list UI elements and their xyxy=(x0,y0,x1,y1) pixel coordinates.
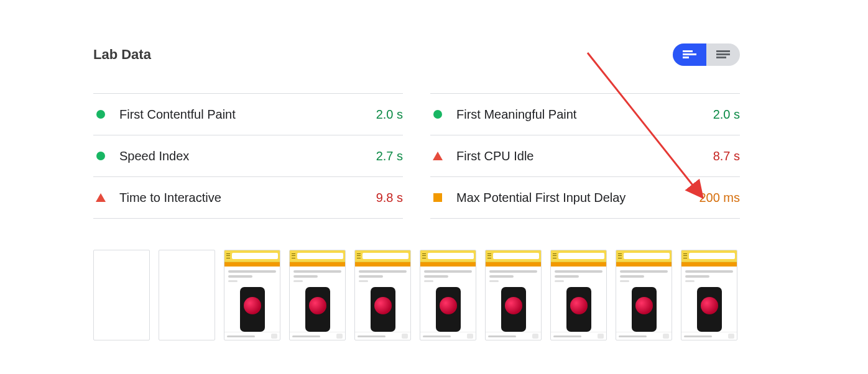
svg-rect-3 xyxy=(716,50,730,52)
svg-rect-0 xyxy=(683,50,693,52)
filmstrip-frame[interactable] xyxy=(550,250,607,340)
metrics-col-right: First Meaningful Paint 2.0 s First CPU I… xyxy=(430,93,740,219)
lab-data-panel: Lab Data First Contentfu xyxy=(93,43,740,340)
view-toggle-gauge[interactable] xyxy=(673,43,706,66)
metric-row[interactable]: Max Potential First Input Delay 200 ms xyxy=(430,177,740,219)
section-title: Lab Data xyxy=(93,47,151,63)
filmstrip-frame[interactable] xyxy=(159,250,215,340)
view-toggle-list[interactable] xyxy=(706,43,740,66)
header-row: Lab Data xyxy=(93,43,740,66)
metric-row[interactable]: Time to Interactive 9.8 s xyxy=(93,177,403,219)
metric-row[interactable]: First Meaningful Paint 2.0 s xyxy=(430,94,740,135)
filmstrip-frame[interactable] xyxy=(93,250,150,340)
filmstrip-frame[interactable] xyxy=(485,250,542,340)
gauge-icon xyxy=(683,50,696,59)
filmstrip xyxy=(93,250,740,340)
metrics-grid: First Contentful Paint 2.0 s Speed Index… xyxy=(93,93,740,219)
metric-label: Time to Interactive xyxy=(119,191,376,205)
svg-rect-2 xyxy=(683,57,689,58)
status-pass-icon xyxy=(430,110,445,119)
status-pass-icon xyxy=(93,110,108,119)
svg-rect-4 xyxy=(716,53,730,55)
filmstrip-frame[interactable] xyxy=(354,250,411,340)
list-icon xyxy=(716,50,730,59)
status-pass-icon xyxy=(93,152,108,160)
metric-label: First CPU Idle xyxy=(456,149,713,163)
status-fail-icon xyxy=(93,193,108,202)
metrics-col-left: First Contentful Paint 2.0 s Speed Index… xyxy=(93,93,403,219)
metric-label: Speed Index xyxy=(119,149,376,163)
metric-value: 2.0 s xyxy=(713,107,740,122)
metric-row[interactable]: First CPU Idle 8.7 s xyxy=(430,135,740,177)
view-toggle[interactable] xyxy=(673,43,740,66)
metric-value: 8.7 s xyxy=(713,149,740,163)
svg-rect-5 xyxy=(716,57,726,58)
status-warn-icon xyxy=(430,193,445,202)
svg-rect-1 xyxy=(683,53,696,55)
metric-row[interactable]: First Contentful Paint 2.0 s xyxy=(93,94,403,135)
metric-value: 2.7 s xyxy=(376,149,403,163)
filmstrip-frame[interactable] xyxy=(616,250,672,340)
metric-row[interactable]: Speed Index 2.7 s xyxy=(93,135,403,177)
status-fail-icon xyxy=(430,152,445,160)
metric-value: 2.0 s xyxy=(376,107,403,122)
metric-value: 9.8 s xyxy=(376,191,403,205)
metric-value: 200 ms xyxy=(699,191,740,205)
metric-label: First Meaningful Paint xyxy=(456,107,713,122)
metric-label: First Contentful Paint xyxy=(119,107,376,122)
filmstrip-frame[interactable] xyxy=(681,250,737,340)
filmstrip-frame[interactable] xyxy=(289,250,346,340)
filmstrip-frame[interactable] xyxy=(224,250,280,340)
metric-label: Max Potential First Input Delay xyxy=(456,191,699,205)
filmstrip-frame[interactable] xyxy=(420,250,476,340)
